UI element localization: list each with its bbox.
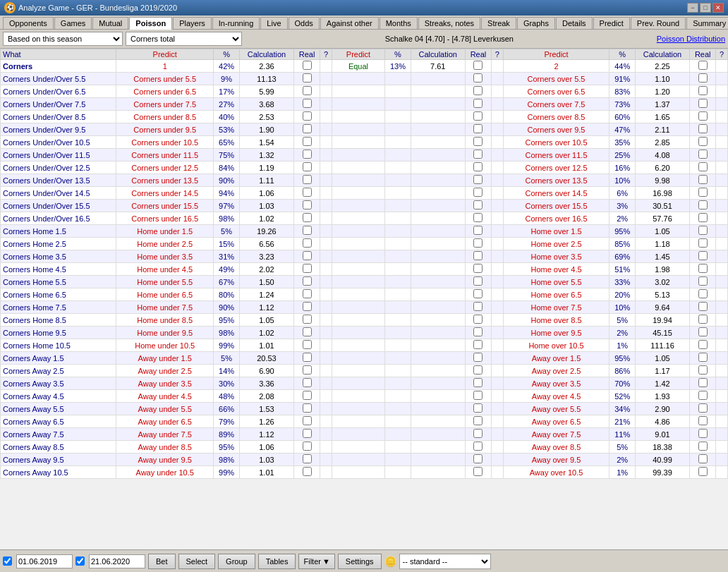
checkbox-real1[interactable] [303, 340, 312, 349]
checkbox-real1[interactable] [303, 213, 312, 222]
tab-months[interactable]: Months [380, 17, 418, 29]
checkbox-real3[interactable] [698, 86, 708, 95]
checkbox-real2[interactable] [473, 61, 483, 70]
checkbox-real3[interactable] [698, 276, 708, 286]
checkbox-real2[interactable] [473, 175, 483, 184]
checkbox-real2[interactable] [473, 403, 483, 413]
checkbox-real2[interactable] [473, 251, 483, 260]
checkbox-real3[interactable] [698, 302, 708, 311]
checkbox-real1[interactable] [303, 442, 312, 451]
tab-opponents[interactable]: Opponents [3, 17, 54, 29]
bet-button[interactable]: Bet [148, 554, 176, 569]
checkbox-real3[interactable] [698, 403, 708, 413]
date2-checkbox[interactable] [75, 556, 85, 566]
checkbox-real3[interactable] [698, 315, 708, 324]
checkbox-real3[interactable] [698, 340, 708, 349]
checkbox-real1[interactable] [303, 315, 312, 324]
checkbox-real1[interactable] [303, 378, 312, 387]
checkbox-real1[interactable] [303, 416, 312, 425]
close-button[interactable]: ✕ [712, 3, 724, 13]
tab-againstother[interactable]: Against other [320, 17, 379, 29]
checkbox-real2[interactable] [473, 289, 483, 298]
checkbox-real1[interactable] [303, 251, 312, 260]
checkbox-real3[interactable] [698, 467, 708, 476]
checkbox-real2[interactable] [473, 124, 483, 133]
checkbox-real1[interactable] [303, 200, 312, 209]
checkbox-real1[interactable] [303, 150, 312, 159]
date1-input[interactable] [16, 554, 73, 568]
tab-live[interactable]: Live [260, 17, 287, 29]
checkbox-real2[interactable] [473, 73, 483, 83]
settings-button[interactable]: Settings [338, 554, 382, 569]
checkbox-real1[interactable] [303, 61, 312, 70]
date1-checkbox[interactable] [3, 556, 12, 566]
checkbox-real3[interactable] [698, 150, 708, 159]
tab-details[interactable]: Details [556, 17, 593, 29]
date2-input[interactable] [89, 554, 145, 568]
tab-streaksnotes[interactable]: Streaks, notes [418, 17, 480, 29]
checkbox-real2[interactable] [473, 378, 483, 387]
checkbox-real3[interactable] [698, 416, 708, 425]
checkbox-real3[interactable] [698, 124, 708, 133]
checkbox-real2[interactable] [473, 302, 483, 311]
checkbox-real1[interactable] [303, 365, 312, 375]
tab-prevround[interactable]: Prev. Round [631, 17, 686, 29]
checkbox-real1[interactable] [303, 188, 312, 197]
checkbox-real2[interactable] [473, 150, 483, 159]
checkbox-real1[interactable] [303, 467, 312, 476]
checkbox-real2[interactable] [473, 315, 483, 324]
checkbox-real3[interactable] [698, 391, 708, 400]
checkbox-real3[interactable] [698, 200, 708, 209]
checkbox-real1[interactable] [303, 429, 312, 438]
checkbox-real3[interactable] [698, 264, 708, 273]
checkbox-real2[interactable] [473, 238, 483, 248]
filter-button[interactable]: Filter ▼ [298, 554, 334, 569]
checkbox-real2[interactable] [473, 391, 483, 400]
market-select[interactable]: Corners total [126, 32, 242, 46]
checkbox-real3[interactable] [698, 454, 708, 463]
checkbox-real1[interactable] [303, 86, 312, 95]
checkbox-real2[interactable] [473, 213, 483, 222]
checkbox-real3[interactable] [698, 73, 708, 83]
checkbox-real2[interactable] [473, 226, 483, 235]
checkbox-real3[interactable] [698, 226, 708, 235]
checkbox-real1[interactable] [303, 238, 312, 248]
checkbox-real3[interactable] [698, 238, 708, 248]
checkbox-real3[interactable] [698, 289, 708, 298]
checkbox-real2[interactable] [473, 467, 483, 476]
checkbox-real1[interactable] [303, 124, 312, 133]
checkbox-real3[interactable] [698, 162, 708, 171]
checkbox-real3[interactable] [698, 61, 708, 70]
checkbox-real2[interactable] [473, 111, 483, 121]
tab-streak[interactable]: Streak [481, 17, 516, 29]
checkbox-real3[interactable] [698, 378, 708, 387]
checkbox-real2[interactable] [473, 327, 483, 336]
checkbox-real3[interactable] [698, 365, 708, 375]
checkbox-real2[interactable] [473, 99, 483, 108]
checkbox-real1[interactable] [303, 264, 312, 273]
checkbox-real2[interactable] [473, 200, 483, 209]
checkbox-real2[interactable] [473, 264, 483, 273]
checkbox-real2[interactable] [473, 442, 483, 451]
checkbox-real1[interactable] [303, 226, 312, 235]
checkbox-real1[interactable] [303, 403, 312, 413]
checkbox-real3[interactable] [698, 99, 708, 108]
checkbox-real2[interactable] [473, 429, 483, 438]
tab-summary[interactable]: Summary [686, 17, 728, 29]
checkbox-real2[interactable] [473, 365, 483, 375]
checkbox-real1[interactable] [303, 289, 312, 298]
checkbox-real3[interactable] [698, 111, 708, 121]
checkbox-real1[interactable] [303, 111, 312, 121]
tab-poisson[interactable]: Poisson [129, 17, 172, 30]
tab-players[interactable]: Players [173, 17, 212, 29]
tab-odds[interactable]: Odds [289, 17, 320, 29]
checkbox-real1[interactable] [303, 353, 312, 362]
checkbox-real3[interactable] [698, 442, 708, 451]
checkbox-real1[interactable] [303, 162, 312, 171]
checkbox-real1[interactable] [303, 99, 312, 108]
checkbox-real2[interactable] [473, 353, 483, 362]
checkbox-real2[interactable] [473, 454, 483, 463]
checkbox-real1[interactable] [303, 73, 312, 83]
select-button[interactable]: Select [178, 554, 216, 569]
checkbox-real1[interactable] [303, 327, 312, 336]
